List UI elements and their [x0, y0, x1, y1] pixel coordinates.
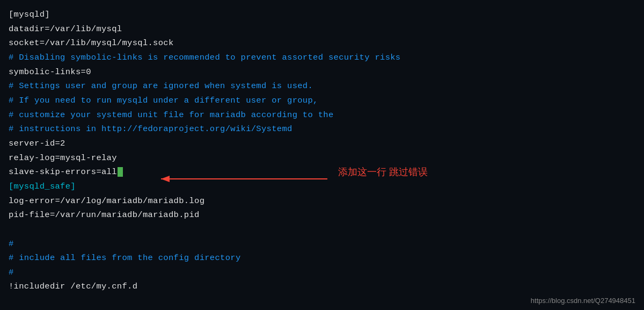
- code-line: symbolic-links=0: [9, 65, 635, 80]
- code-line: # If you need to run mysqld under a diff…: [9, 93, 635, 108]
- code-line: #: [9, 237, 635, 251]
- watermark: https://blog.csdn.net/Q274948451: [531, 297, 635, 305]
- text-cursor: [118, 167, 123, 177]
- annotation-text: 添加这一行 跳过错误: [338, 165, 428, 178]
- code-line: [mysqld_safe]: [9, 179, 635, 194]
- code-line: # include all files from the config dire…: [9, 251, 635, 265]
- code-content: [mysqld]datadir=/var/lib/mysqlsocket=/va…: [9, 8, 635, 294]
- code-line: [9, 222, 635, 237]
- code-line: # customize your systemd unit file for m…: [9, 108, 635, 122]
- code-line: [mysqld]: [9, 8, 635, 22]
- code-line: relay-log=mysql-relay: [9, 151, 635, 165]
- code-line: # Disabling symbolic-links is recommende…: [9, 51, 635, 65]
- code-line: socket=/var/lib/mysql/mysql.sock: [9, 36, 635, 51]
- code-line: !includedir /etc/my.cnf.d: [9, 279, 635, 294]
- code-line: pid-file=/var/run/mariadb/mariadb.pid: [9, 208, 635, 222]
- code-line: # Settings user and group are ignored wh…: [9, 79, 635, 93]
- code-line: # instructions in http://fedoraproject.o…: [9, 122, 635, 136]
- code-text: slave-skip-errors=all: [9, 167, 117, 177]
- code-line: #: [9, 265, 635, 280]
- code-line: log-error=/var/log/mariadb/mariadb.log: [9, 194, 635, 208]
- code-line: server-id=2: [9, 136, 635, 151]
- code-line: datadir=/var/lib/mysql: [9, 22, 635, 37]
- code-line: slave-skip-errors=all: [9, 165, 635, 179]
- terminal-window: [mysqld]datadir=/var/lib/mysqlsocket=/va…: [0, 0, 644, 310]
